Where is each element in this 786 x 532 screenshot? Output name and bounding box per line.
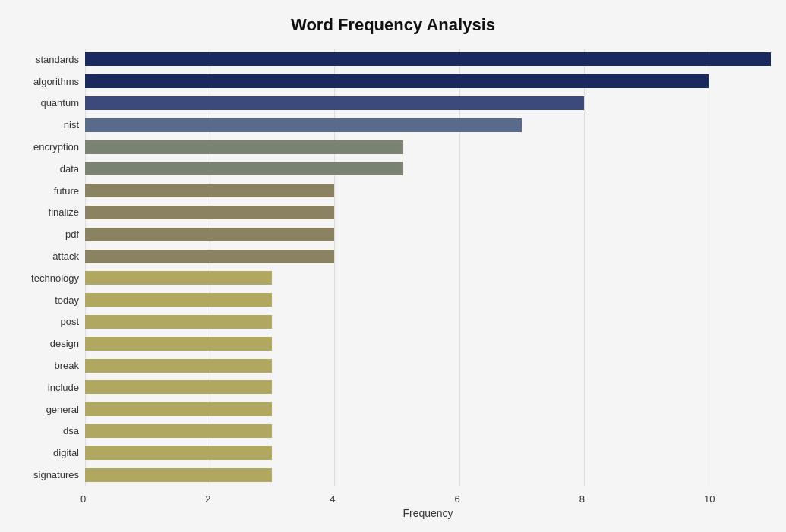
bar-row [85, 399, 771, 419]
bar [85, 74, 709, 88]
bar-row [85, 268, 771, 288]
x-axis-title: Frequency [85, 507, 771, 519]
bar-row [85, 115, 771, 135]
bar [85, 206, 334, 219]
x-tick-label: 2 [205, 493, 210, 505]
bar [85, 96, 584, 110]
bar-row [85, 181, 771, 200]
bar [85, 184, 334, 197]
x-tick-label: 10 [704, 493, 715, 505]
y-label: general [46, 399, 79, 419]
x-tick-label: 6 [455, 493, 460, 505]
y-label: data [60, 159, 79, 178]
bar [85, 250, 334, 263]
bar-row [85, 312, 771, 332]
bars-area [85, 49, 771, 486]
y-label: pdf [65, 225, 79, 244]
bar [85, 118, 522, 132]
x-axis-labels: 0246810 [85, 489, 771, 504]
bar-row [85, 159, 771, 178]
y-label: digital [53, 443, 79, 463]
y-label: technology [31, 268, 79, 288]
y-label: nist [64, 115, 79, 135]
y-label: post [60, 312, 79, 332]
bar [85, 359, 272, 373]
bar-row [85, 225, 771, 244]
x-tick-label: 0 [80, 493, 86, 505]
bar-row [85, 93, 771, 113]
bar [85, 380, 272, 394]
bar-row [85, 203, 771, 222]
bar [85, 402, 272, 416]
y-label: attack [52, 247, 79, 266]
y-axis-labels: standardsalgorithmsquantumnistencryption… [15, 49, 85, 486]
bar [85, 162, 403, 175]
y-label: break [54, 356, 79, 376]
bar-row [85, 356, 771, 376]
y-label: future [54, 181, 79, 200]
y-label: include [48, 377, 79, 397]
x-tick-label: 8 [579, 493, 585, 505]
bar [85, 337, 272, 351]
bar-row [85, 443, 771, 463]
y-label: design [50, 334, 79, 354]
bar [85, 52, 771, 66]
y-label: signatures [33, 465, 79, 485]
bar-row [85, 49, 771, 69]
bar [85, 293, 272, 307]
bar [85, 424, 272, 438]
bars [85, 49, 771, 486]
y-label: encryption [33, 137, 79, 157]
bar [85, 228, 334, 241]
bar-row [85, 465, 771, 485]
bar-row [85, 137, 771, 157]
bar [85, 271, 272, 285]
y-label: algorithms [33, 71, 79, 91]
bar [85, 315, 272, 329]
y-label: finalize [49, 203, 79, 222]
bar-row [85, 247, 771, 266]
y-label: dsa [63, 421, 79, 441]
chart-title: Word Frequency Analysis [15, 15, 771, 35]
bar-row [85, 290, 771, 310]
bar-row [85, 377, 771, 397]
chart-container: Word Frequency Analysis standardsalgorit… [0, 0, 786, 532]
bar [85, 468, 272, 482]
bar-row [85, 71, 771, 91]
y-label: today [55, 290, 79, 310]
y-label: quantum [40, 93, 79, 113]
bar [85, 140, 403, 154]
y-label: standards [36, 49, 79, 69]
bar-row [85, 421, 771, 441]
bar-row [85, 334, 771, 354]
x-tick-label: 4 [330, 493, 335, 505]
bar [85, 446, 272, 460]
